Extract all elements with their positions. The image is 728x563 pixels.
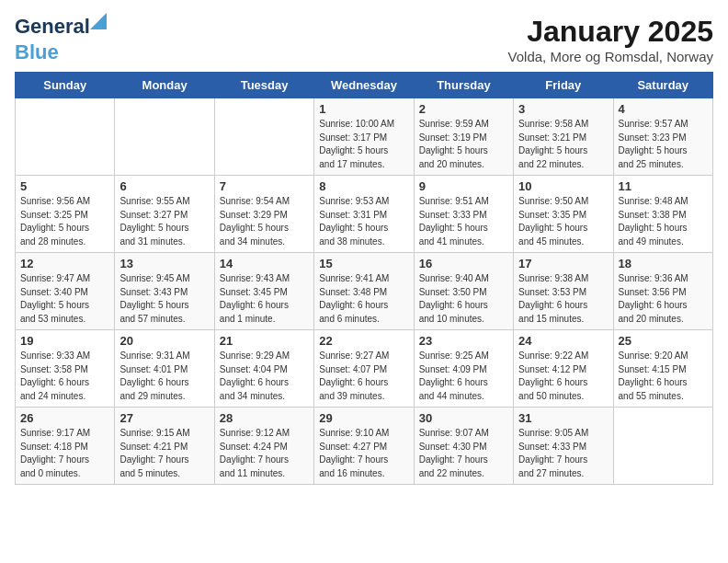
day-number: 28 [220, 411, 309, 425]
calendar-week-row: 19Sunrise: 9:33 AM Sunset: 3:58 PM Dayli… [16, 330, 713, 408]
day-number: 25 [619, 334, 708, 348]
calendar-day-cell: 2Sunrise: 9:59 AM Sunset: 3:19 PM Daylig… [414, 98, 513, 176]
calendar-day-cell: 8Sunrise: 9:53 AM Sunset: 3:31 PM Daylig… [314, 176, 414, 253]
weekday-header-cell: Thursday [414, 73, 513, 98]
day-number: 4 [619, 102, 708, 116]
day-number: 2 [419, 102, 508, 116]
calendar-day-cell: 27Sunrise: 9:15 AM Sunset: 4:21 PM Dayli… [115, 408, 214, 485]
day-info: Sunrise: 9:33 AM Sunset: 3:58 PM Dayligh… [20, 350, 109, 403]
day-info: Sunrise: 9:22 AM Sunset: 4:12 PM Dayligh… [518, 350, 608, 403]
day-info: Sunrise: 9:58 AM Sunset: 3:21 PM Dayligh… [518, 118, 608, 171]
day-number: 21 [220, 334, 309, 348]
calendar-day-cell: 30Sunrise: 9:07 AM Sunset: 4:30 PM Dayli… [414, 408, 513, 485]
calendar-day-cell: 15Sunrise: 9:41 AM Sunset: 3:48 PM Dayli… [314, 253, 414, 330]
day-info: Sunrise: 9:48 AM Sunset: 3:38 PM Dayligh… [619, 195, 708, 248]
calendar-day-cell: 14Sunrise: 9:43 AM Sunset: 3:45 PM Dayli… [214, 253, 313, 330]
logo: General Blue [15, 15, 90, 64]
logo-general: General [15, 15, 90, 38]
month-title: January 2025 [508, 15, 713, 49]
day-number: 30 [419, 411, 508, 425]
calendar-day-cell: 29Sunrise: 9:10 AM Sunset: 4:27 PM Dayli… [314, 408, 414, 485]
day-info: Sunrise: 9:43 AM Sunset: 3:45 PM Dayligh… [220, 272, 309, 326]
day-info: Sunrise: 9:51 AM Sunset: 3:33 PM Dayligh… [419, 195, 508, 248]
day-info: Sunrise: 9:56 AM Sunset: 3:25 PM Dayligh… [20, 195, 109, 248]
calendar-day-cell: 11Sunrise: 9:48 AM Sunset: 3:38 PM Dayli… [613, 176, 712, 253]
day-number: 3 [518, 102, 608, 116]
logo-triangle-icon [90, 13, 107, 29]
day-info: Sunrise: 9:47 AM Sunset: 3:40 PM Dayligh… [20, 272, 109, 326]
calendar-day-cell: 23Sunrise: 9:25 AM Sunset: 4:09 PM Dayli… [414, 330, 513, 408]
calendar-day-cell [115, 98, 214, 176]
day-number: 11 [619, 179, 708, 193]
calendar-day-cell: 20Sunrise: 9:31 AM Sunset: 4:01 PM Dayli… [115, 330, 214, 408]
day-number: 29 [319, 411, 408, 425]
weekday-header-cell: Monday [115, 73, 214, 98]
calendar-day-cell [16, 98, 115, 176]
calendar-week-row: 1Sunrise: 10:00 AM Sunset: 3:17 PM Dayli… [16, 98, 713, 176]
day-info: Sunrise: 9:10 AM Sunset: 4:27 PM Dayligh… [319, 427, 408, 480]
weekday-header-cell: Sunday [16, 73, 115, 98]
calendar-day-cell: 25Sunrise: 9:20 AM Sunset: 4:15 PM Dayli… [613, 330, 712, 408]
calendar-day-cell: 19Sunrise: 9:33 AM Sunset: 3:58 PM Dayli… [16, 330, 115, 408]
calendar-day-cell: 9Sunrise: 9:51 AM Sunset: 3:33 PM Daylig… [414, 176, 513, 253]
day-info: Sunrise: 9:54 AM Sunset: 3:29 PM Dayligh… [220, 195, 309, 248]
day-number: 19 [20, 334, 109, 348]
calendar-table: SundayMondayTuesdayWednesdayThursdayFrid… [15, 72, 713, 485]
day-number: 26 [20, 411, 109, 425]
weekday-header-cell: Friday [514, 73, 613, 98]
day-info: Sunrise: 9:41 AM Sunset: 3:48 PM Dayligh… [319, 272, 408, 326]
weekday-header-cell: Saturday [613, 73, 712, 98]
day-info: Sunrise: 9:45 AM Sunset: 3:43 PM Dayligh… [119, 272, 209, 326]
calendar-day-cell: 13Sunrise: 9:45 AM Sunset: 3:43 PM Dayli… [115, 253, 214, 330]
calendar-week-row: 12Sunrise: 9:47 AM Sunset: 3:40 PM Dayli… [16, 253, 713, 330]
weekday-header-cell: Tuesday [214, 73, 313, 98]
day-info: Sunrise: 9:12 AM Sunset: 4:24 PM Dayligh… [220, 427, 309, 480]
day-info: Sunrise: 9:36 AM Sunset: 3:56 PM Dayligh… [619, 272, 708, 326]
day-number: 10 [518, 179, 608, 193]
calendar-day-cell: 31Sunrise: 9:05 AM Sunset: 4:33 PM Dayli… [514, 408, 613, 485]
svg-marker-0 [90, 13, 107, 29]
calendar-day-cell: 26Sunrise: 9:17 AM Sunset: 4:18 PM Dayli… [16, 408, 115, 485]
day-info: Sunrise: 9:31 AM Sunset: 4:01 PM Dayligh… [119, 350, 209, 403]
day-info: Sunrise: 9:40 AM Sunset: 3:50 PM Dayligh… [419, 272, 508, 326]
calendar-week-row: 5Sunrise: 9:56 AM Sunset: 3:25 PM Daylig… [16, 176, 713, 253]
day-info: Sunrise: 9:50 AM Sunset: 3:35 PM Dayligh… [518, 195, 608, 248]
day-number: 31 [518, 411, 608, 425]
day-info: Sunrise: 9:29 AM Sunset: 4:04 PM Dayligh… [220, 350, 309, 403]
logo-blue: Blue [15, 40, 59, 63]
title-block: January 2025 Volda, More og Romsdal, Nor… [508, 15, 713, 64]
calendar-day-cell: 24Sunrise: 9:22 AM Sunset: 4:12 PM Dayli… [514, 330, 613, 408]
day-info: Sunrise: 9:25 AM Sunset: 4:09 PM Dayligh… [419, 350, 508, 403]
day-number: 17 [518, 257, 608, 270]
day-number: 13 [119, 257, 209, 270]
calendar-day-cell: 5Sunrise: 9:56 AM Sunset: 3:25 PM Daylig… [16, 176, 115, 253]
day-number: 9 [419, 179, 508, 193]
calendar-body: 1Sunrise: 10:00 AM Sunset: 3:17 PM Dayli… [16, 98, 713, 485]
day-number: 22 [319, 334, 408, 348]
day-info: Sunrise: 9:59 AM Sunset: 3:19 PM Dayligh… [419, 118, 508, 171]
day-number: 15 [319, 257, 408, 270]
day-number: 20 [119, 334, 209, 348]
day-info: Sunrise: 9:07 AM Sunset: 4:30 PM Dayligh… [419, 427, 508, 480]
day-number: 12 [20, 257, 109, 270]
calendar-day-cell: 1Sunrise: 10:00 AM Sunset: 3:17 PM Dayli… [314, 98, 414, 176]
day-info: Sunrise: 9:05 AM Sunset: 4:33 PM Dayligh… [518, 427, 608, 480]
weekday-header-cell: Wednesday [314, 73, 414, 98]
day-info: Sunrise: 9:17 AM Sunset: 4:18 PM Dayligh… [20, 427, 109, 480]
calendar-day-cell: 16Sunrise: 9:40 AM Sunset: 3:50 PM Dayli… [414, 253, 513, 330]
page-header: General Blue January 2025 Volda, More og… [15, 15, 713, 64]
day-number: 23 [419, 334, 508, 348]
day-info: Sunrise: 9:57 AM Sunset: 3:23 PM Dayligh… [619, 118, 708, 171]
day-info: Sunrise: 9:27 AM Sunset: 4:07 PM Dayligh… [319, 350, 408, 403]
calendar-day-cell: 18Sunrise: 9:36 AM Sunset: 3:56 PM Dayli… [613, 253, 712, 330]
day-number: 24 [518, 334, 608, 348]
calendar-day-cell: 6Sunrise: 9:55 AM Sunset: 3:27 PM Daylig… [115, 176, 214, 253]
day-number: 6 [119, 179, 209, 193]
day-number: 14 [220, 257, 309, 270]
calendar-day-cell: 12Sunrise: 9:47 AM Sunset: 3:40 PM Dayli… [16, 253, 115, 330]
calendar-day-cell: 10Sunrise: 9:50 AM Sunset: 3:35 PM Dayli… [514, 176, 613, 253]
calendar-day-cell: 28Sunrise: 9:12 AM Sunset: 4:24 PM Dayli… [214, 408, 313, 485]
calendar-day-cell: 4Sunrise: 9:57 AM Sunset: 3:23 PM Daylig… [613, 98, 712, 176]
day-number: 27 [119, 411, 209, 425]
day-number: 18 [619, 257, 708, 270]
